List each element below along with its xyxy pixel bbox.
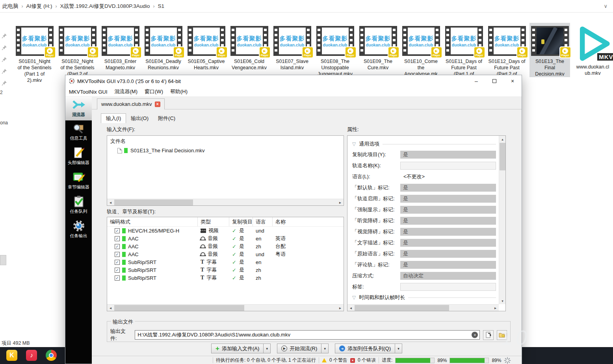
tags-field[interactable] <box>400 283 496 291</box>
start-multiplexing-button[interactable]: ▶开始混流(R) ▾ <box>277 344 329 353</box>
sidebar-item-job-queue[interactable]: 任务队列 <box>65 193 92 217</box>
audio-icon <box>201 237 205 240</box>
collapse-triangle-icon[interactable]: ▽ <box>352 295 356 300</box>
nav-pane-scrollbar[interactable] <box>0 255 6 265</box>
add-source-files-button[interactable]: +添加输入文件(A) ▾ <box>211 344 271 353</box>
input-file-row[interactable]: S01E13_The Final Decision.mkv <box>107 147 344 154</box>
scroll-left-icon[interactable]: ◂ <box>347 305 354 311</box>
tracks-table[interactable]: 编码格式 类型 复制项目 语言 名称 ✓HEVC/H.265/MPEG-H 视频… <box>107 217 344 311</box>
menu-multiplexer[interactable]: 混流器(M) <box>111 88 141 95</box>
audio-icon <box>201 244 205 248</box>
sidebar-item-chapter-editor[interactable]: 章节编辑器 <box>65 168 92 193</box>
sidebar-item-header-editor[interactable]: 头部编辑器 <box>65 144 92 168</box>
input-files-list[interactable]: 文件名 S01E13_The Final Decision.mkv ◂ ▸ <box>107 135 344 206</box>
sidebar-item-multiplexer[interactable]: 混流器 <box>65 97 92 120</box>
dropdown-arrow-icon[interactable]: ▾ <box>264 344 271 353</box>
progress-percent-current: 89% <box>437 358 447 363</box>
dropdown-arrow-icon[interactable]: ▾ <box>395 344 402 353</box>
checkbox[interactable]: ✓ <box>115 236 120 241</box>
vertical-scrollbar[interactable]: ▴ ▾ <box>499 136 505 304</box>
collapse-triangle-icon[interactable]: ▽ <box>352 141 356 147</box>
file-name: S01E09_The Cure.mkv <box>358 58 398 71</box>
breadcrumb-subfolder[interactable]: S1 <box>155 3 167 9</box>
kuwo-music-icon[interactable]: K <box>6 350 17 361</box>
file-tile[interactable]: 多看聚影duokan.club ▶Player S01E12_Days of F… <box>487 23 527 77</box>
browse-folder-button[interactable] <box>497 330 507 340</box>
section-timestamps[interactable]: ▽ 时间戳和默认帧时长 <box>352 294 496 301</box>
file-tile[interactable]: 多看聚影duokan.club ▶Player S01E09_The Cure.… <box>358 23 398 71</box>
scroll-down-icon[interactable]: ▾ <box>499 297 506 304</box>
track-row[interactable]: ✓AAC 音频 ✓是 und 粤语 <box>107 250 344 258</box>
breadcrumb-this-pc[interactable]: 此电脑 <box>0 3 21 10</box>
scrollbar-thumb[interactable] <box>114 200 193 205</box>
track-row[interactable]: ✓AAC 音频 ✓是 en 英语 <box>107 235 344 242</box>
dropdown-arrow-icon[interactable]: ▾ <box>321 344 329 353</box>
close-button[interactable]: × <box>503 75 522 87</box>
tab-attachments[interactable]: 附件(C) <box>153 113 180 123</box>
chevron-down-icon[interactable]: ∨ <box>604 3 607 9</box>
checkbox[interactable]: ✓ <box>115 275 120 281</box>
file-tile[interactable]: 多看聚影duokan.club ▶Player S01E02_Night of … <box>57 23 98 77</box>
language-select[interactable]: <不更改> <box>400 173 496 181</box>
output-file-input[interactable] <box>135 330 480 340</box>
scrollbar-thumb[interactable] <box>355 305 449 311</box>
checkbox[interactable]: ✓ <box>115 252 120 257</box>
horizontal-scrollbar[interactable]: ◂ ▸ <box>107 199 344 205</box>
check-icon: ✓ <box>232 267 236 273</box>
netease-music-icon[interactable]: ♪ <box>26 350 37 361</box>
pin-icon <box>2 33 7 39</box>
title-bar[interactable]: MKVToolNix GUI v73.0.0 ('25 or 6 to 4') … <box>65 75 522 87</box>
breadcrumb-folder[interactable]: X战警.1992.Ai修复DVD.1080P.3Audio <box>58 3 152 10</box>
add-to-job-queue-button[interactable]: ➜添加到任务队列(Q) ▾ <box>335 344 402 353</box>
scroll-left-icon[interactable]: ◂ <box>107 199 114 206</box>
maximize-button[interactable] <box>485 75 503 87</box>
sidebar-item-job-output[interactable]: 任务输出 <box>65 217 92 242</box>
scroll-right-icon[interactable]: ▸ <box>337 305 344 311</box>
file-tile[interactable]: 多看聚影duokan.club ▶Player S01E07_Slave Isl… <box>272 23 312 71</box>
file-tile[interactable]: 多看聚影duokan.club ▶Player S01E04_Deadly Re… <box>143 23 184 71</box>
section-general-options[interactable]: ▽ 通用选项 <box>352 140 496 148</box>
tab-input[interactable]: 输入(I) <box>101 113 126 123</box>
file-tile-selected[interactable]: ▶Player S01E13_The Final Decision.mkv <box>529 23 570 77</box>
track-row[interactable]: ✓SubRip/SRT T字幕 ✓是 zh <box>107 266 344 274</box>
player-badge-icon: ▶Player <box>388 46 399 58</box>
menu-mkvtoolnix-gui[interactable]: MKVToolNix GUI <box>65 89 111 95</box>
file-tile[interactable]: 多看聚影duokan.club ▶Player S01E08_The Unsto… <box>315 23 355 77</box>
checkbox[interactable]: ✓ <box>115 268 120 273</box>
check-icon: ✓ <box>232 228 236 234</box>
horizontal-scrollbar[interactable]: ◂ ▸ <box>107 304 344 311</box>
file-tile[interactable]: MKV www.duokan.cl ub.mkv <box>572 23 613 76</box>
menu-help[interactable]: 帮助(H) <box>167 88 191 95</box>
browse-output-button[interactable] <box>483 330 493 340</box>
checkbox[interactable]: ✓ <box>115 244 120 249</box>
scroll-right-icon[interactable]: ▸ <box>337 199 344 206</box>
file-tile[interactable]: 多看聚影duokan.club ▶Player S01E06_Cold Veng… <box>229 23 269 71</box>
minimize-button[interactable]: – <box>467 75 485 87</box>
tab-output[interactable]: 输出(O) <box>126 113 153 123</box>
breadcrumb-drive[interactable]: AI修复 (H:) <box>24 3 55 10</box>
menu-window[interactable]: 窗口(W) <box>141 88 167 95</box>
scrollbar-thumb[interactable] <box>500 143 505 170</box>
checkbox[interactable]: ✓ <box>115 260 120 265</box>
track-row[interactable]: ✓SubRip/SRT T字幕 ✓是 zh <box>107 274 344 282</box>
file-tile[interactable]: 多看聚影duokan.club ▶Player S01E10_Come the … <box>401 23 441 77</box>
open-file-tab[interactable]: www.duokan.club.mkv × <box>97 98 165 109</box>
checkbox[interactable]: ✓ <box>115 228 120 233</box>
horizontal-scrollbar[interactable]: ◂ ▸ <box>347 304 499 311</box>
track-row[interactable]: ✓SubRip/SRT T字幕 ✓是 en <box>107 258 344 266</box>
file-tile[interactable]: 多看聚影duokan.club ▶Player S01E01_Night of … <box>14 23 55 83</box>
file-tile[interactable]: 多看聚影duokan.club ▶Player S01E11_Days of F… <box>444 23 484 77</box>
scroll-up-icon[interactable]: ▴ <box>499 136 506 142</box>
sidebar-item-info-tool[interactable]: 信息工具 <box>65 120 92 144</box>
track-row[interactable]: ✓HEVC/H.265/MPEG-H 视频 ✓是 und <box>107 227 344 235</box>
track-name-field[interactable] <box>400 162 496 170</box>
scrollbar-thumb[interactable] <box>114 305 244 311</box>
chrome-icon[interactable] <box>46 350 57 361</box>
scroll-right-icon[interactable]: ▸ <box>492 305 499 311</box>
scroll-left-icon[interactable]: ◂ <box>107 305 114 311</box>
file-tile[interactable]: 多看聚影duokan.club ▶Player S01E05_Captive H… <box>186 23 227 71</box>
file-tile[interactable]: 多看聚影duokan.club ▶Player S01E03_Enter Mag… <box>100 23 141 71</box>
tab-close-icon[interactable]: × <box>155 102 160 107</box>
folder-star-icon <box>498 331 505 338</box>
track-row[interactable]: ✓AAC 音频 ✓是 zh 台配 <box>107 242 344 250</box>
